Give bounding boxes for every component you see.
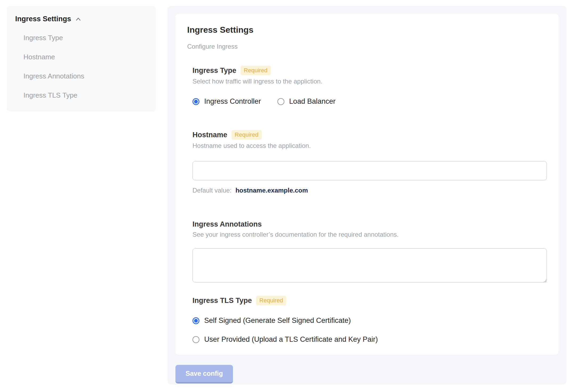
radio-load-balancer[interactable]: Load Balancer bbox=[277, 97, 335, 106]
ingress-type-radio-group: Ingress Controller Load Balancer bbox=[192, 97, 547, 106]
sidebar-item-hostname[interactable]: Hostname bbox=[23, 53, 147, 61]
page-subtitle: Configure Ingress bbox=[187, 43, 547, 50]
sidebar-item-ingress-annotations[interactable]: Ingress Annotations bbox=[23, 72, 147, 80]
ingress-settings-card: Ingress Settings Configure Ingress Ingre… bbox=[175, 14, 559, 355]
section-heading: Hostname Required bbox=[192, 130, 547, 140]
radio-button-icon bbox=[192, 98, 199, 105]
sidebar-section-title: Ingress Settings bbox=[15, 15, 71, 23]
section-hostname: Hostname Required Hostname used to acces… bbox=[192, 130, 547, 194]
hostname-input[interactable] bbox=[192, 161, 547, 180]
radio-self-signed[interactable]: Self Signed (Generate Self Signed Certif… bbox=[192, 316, 547, 325]
radio-button-icon bbox=[277, 98, 284, 105]
section-ingress-tls-type: Ingress TLS Type Required Self Signed (G… bbox=[192, 296, 547, 344]
sidebar-section-toggle[interactable]: Ingress Settings bbox=[15, 15, 147, 23]
sidebar-item-ingress-tls-type[interactable]: Ingress TLS Type bbox=[23, 91, 147, 99]
field-description: Select how traffic will ingress to the a… bbox=[192, 78, 547, 85]
field-label-ingress-type: Ingress Type bbox=[192, 66, 236, 75]
radio-button-icon bbox=[192, 336, 199, 343]
chevron-up-icon bbox=[75, 16, 82, 23]
field-label-hostname: Hostname bbox=[192, 131, 227, 139]
required-badge: Required bbox=[241, 66, 271, 75]
sidebar-nav: Ingress Type Hostname Ingress Annotation… bbox=[15, 34, 147, 99]
default-value-label: Default value: bbox=[192, 187, 232, 194]
radio-button-icon bbox=[192, 317, 199, 324]
section-ingress-annotations: Ingress Annotations See your ingress con… bbox=[192, 220, 547, 282]
default-value-line: Default value: hostname.example.com bbox=[192, 187, 547, 194]
radio-label: Self Signed (Generate Self Signed Certif… bbox=[204, 316, 351, 325]
tls-type-radio-group: Self Signed (Generate Self Signed Certif… bbox=[192, 316, 547, 344]
required-badge: Required bbox=[256, 296, 286, 305]
field-label-ingress-annotations: Ingress Annotations bbox=[192, 220, 262, 228]
section-heading: Ingress TLS Type Required bbox=[192, 296, 547, 305]
section-heading: Ingress Type Required bbox=[192, 66, 547, 75]
form-sections: Ingress Type Required Select how traffic… bbox=[192, 66, 547, 344]
radio-label: User Provided (Upload a TLS Certificate … bbox=[204, 335, 378, 344]
ingress-annotations-textarea[interactable] bbox=[192, 248, 547, 282]
section-heading: Ingress Annotations bbox=[192, 220, 547, 228]
field-description: Hostname used to access the application. bbox=[192, 142, 547, 149]
settings-panel: Ingress Settings Configure Ingress Ingre… bbox=[167, 6, 567, 385]
settings-nav-sidebar: Ingress Settings Ingress Type Hostname I… bbox=[7, 6, 156, 111]
required-badge: Required bbox=[232, 130, 262, 140]
field-description: See your ingress controller’s documentat… bbox=[192, 231, 547, 238]
page-title: Ingress Settings bbox=[187, 25, 547, 35]
field-label-ingress-tls-type: Ingress TLS Type bbox=[192, 297, 252, 305]
default-value-text: hostname.example.com bbox=[235, 187, 308, 194]
radio-label: Load Balancer bbox=[289, 97, 335, 106]
radio-ingress-controller[interactable]: Ingress Controller bbox=[192, 97, 261, 106]
radio-user-provided[interactable]: User Provided (Upload a TLS Certificate … bbox=[192, 335, 547, 344]
sidebar-item-ingress-type[interactable]: Ingress Type bbox=[23, 34, 147, 42]
section-ingress-type: Ingress Type Required Select how traffic… bbox=[192, 66, 547, 106]
radio-label: Ingress Controller bbox=[204, 97, 261, 106]
save-config-button[interactable]: Save config bbox=[175, 365, 233, 383]
